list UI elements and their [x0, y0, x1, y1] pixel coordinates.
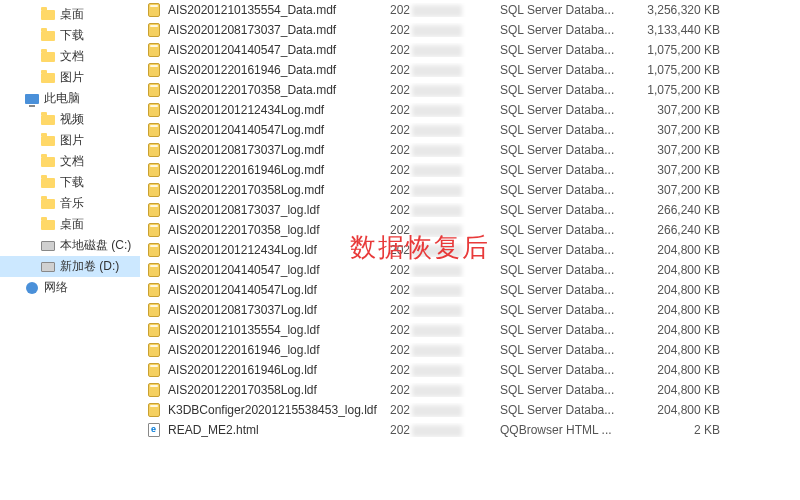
database-file-icon [146, 262, 162, 278]
tree-item-label: 下载 [60, 174, 84, 191]
file-row[interactable]: AIS20201220170358_log.ldf202SQL Server D… [140, 220, 800, 240]
redacted-date [412, 285, 462, 297]
file-type: SQL Server Databa... [500, 123, 640, 137]
tree-item[interactable]: 视频 [0, 109, 140, 130]
file-name: AIS20201220170358Log.ldf [168, 383, 317, 397]
redacted-date [412, 345, 462, 357]
file-row[interactable]: AIS20201201212434Log.mdf202SQL Server Da… [140, 100, 800, 120]
file-type: SQL Server Databa... [500, 383, 640, 397]
file-row[interactable]: AIS20201201212434Log.ldf202SQL Server Da… [140, 240, 800, 260]
file-type: SQL Server Databa... [500, 183, 640, 197]
file-name: AIS20201204140547_Data.mdf [168, 43, 336, 57]
database-file-icon [146, 142, 162, 158]
file-row[interactable]: AIS20201204140547Log.ldf202SQL Server Da… [140, 280, 800, 300]
tree-item[interactable]: 下载 [0, 172, 140, 193]
disk-icon [40, 259, 56, 275]
file-row[interactable]: AIS20201208173037_Data.mdf202SQL Server … [140, 20, 800, 40]
file-row[interactable]: AIS20201220161946_Data.mdf202SQL Server … [140, 60, 800, 80]
tree-item[interactable]: 桌面 [0, 4, 140, 25]
file-size: 1,075,200 KB [640, 43, 730, 57]
file-row[interactable]: AIS20201204140547_log.ldf202SQL Server D… [140, 260, 800, 280]
folder-icon [40, 154, 56, 170]
file-name: AIS20201204140547Log.mdf [168, 123, 324, 137]
file-type: QQBrowser HTML ... [500, 423, 640, 437]
database-file-icon [146, 102, 162, 118]
tree-item[interactable]: 网络 [0, 277, 140, 298]
pc-icon [24, 91, 40, 107]
tree-item[interactable]: 新加卷 (D:) [0, 256, 140, 277]
tree-item[interactable]: 文档 [0, 46, 140, 67]
tree-item[interactable]: 桌面 [0, 214, 140, 235]
tree-item[interactable]: 下载 [0, 25, 140, 46]
file-row[interactable]: AIS20201208173037_log.ldf202SQL Server D… [140, 200, 800, 220]
redacted-date [412, 265, 462, 277]
file-size: 307,200 KB [640, 183, 730, 197]
file-size: 3,256,320 KB [640, 3, 730, 17]
database-file-icon [146, 382, 162, 398]
file-date: 202 [390, 363, 500, 377]
redacted-date [412, 165, 462, 177]
file-row[interactable]: AIS20201208173037Log.ldf202SQL Server Da… [140, 300, 800, 320]
file-size: 307,200 KB [640, 143, 730, 157]
file-type: SQL Server Databa... [500, 23, 640, 37]
file-type: SQL Server Databa... [500, 83, 640, 97]
html-file-icon [146, 422, 162, 438]
redacted-date [412, 5, 462, 17]
file-date: 202 [390, 423, 500, 437]
file-type: SQL Server Databa... [500, 343, 640, 357]
folder-icon [40, 133, 56, 149]
database-file-icon [146, 222, 162, 238]
tree-item-label: 图片 [60, 69, 84, 86]
file-type: SQL Server Databa... [500, 243, 640, 257]
redacted-date [412, 425, 462, 437]
folder-icon [40, 175, 56, 191]
file-list-pane: AIS20201210135554_Data.mdf202SQL Server … [140, 0, 800, 500]
tree-item[interactable]: 图片 [0, 130, 140, 151]
file-name: K3DBConfiger20201215538453_log.ldf [168, 403, 377, 417]
redacted-date [412, 105, 462, 117]
file-row[interactable]: AIS20201220170358_Data.mdf202SQL Server … [140, 80, 800, 100]
database-file-icon [146, 82, 162, 98]
file-date: 202 [390, 403, 500, 417]
file-date: 202 [390, 103, 500, 117]
file-row[interactable]: AIS20201220161946_log.ldf202SQL Server D… [140, 340, 800, 360]
navigation-tree: 桌面下载文档图片此电脑视频图片文档下载音乐桌面本地磁盘 (C:)新加卷 (D:)… [0, 0, 140, 500]
file-list[interactable]: AIS20201210135554_Data.mdf202SQL Server … [140, 0, 800, 500]
tree-item[interactable]: 图片 [0, 67, 140, 88]
file-date: 202 [390, 223, 500, 237]
file-name: AIS20201220170358_log.ldf [168, 223, 319, 237]
file-row[interactable]: AIS20201204140547_Data.mdf202SQL Server … [140, 40, 800, 60]
redacted-date [412, 45, 462, 57]
file-row[interactable]: AIS20201220161946Log.ldf202SQL Server Da… [140, 360, 800, 380]
file-row[interactable]: AIS20201204140547Log.mdf202SQL Server Da… [140, 120, 800, 140]
file-row[interactable]: K3DBConfiger20201215538453_log.ldf202SQL… [140, 400, 800, 420]
file-size: 204,800 KB [640, 383, 730, 397]
file-row[interactable]: READ_ME2.html202QQBrowser HTML ...2 KB [140, 420, 800, 440]
file-date: 202 [390, 263, 500, 277]
file-size: 204,800 KB [640, 283, 730, 297]
file-type: SQL Server Databa... [500, 303, 640, 317]
database-file-icon [146, 242, 162, 258]
file-row[interactable]: AIS20201210135554_Data.mdf202SQL Server … [140, 0, 800, 20]
database-file-icon [146, 302, 162, 318]
file-type: SQL Server Databa... [500, 3, 640, 17]
tree-item[interactable]: 此电脑 [0, 88, 140, 109]
file-row[interactable]: AIS20201220170358Log.ldf202SQL Server Da… [140, 380, 800, 400]
file-size: 204,800 KB [640, 243, 730, 257]
database-file-icon [146, 162, 162, 178]
file-name: AIS20201208173037Log.mdf [168, 143, 324, 157]
tree-item-label: 图片 [60, 132, 84, 149]
file-row[interactable]: AIS20201220161946Log.mdf202SQL Server Da… [140, 160, 800, 180]
file-row[interactable]: AIS20201210135554_log.ldf202SQL Server D… [140, 320, 800, 340]
tree-item[interactable]: 本地磁盘 (C:) [0, 235, 140, 256]
tree-item-label: 新加卷 (D:) [60, 258, 119, 275]
tree-item[interactable]: 音乐 [0, 193, 140, 214]
redacted-date [412, 385, 462, 397]
redacted-date [412, 185, 462, 197]
database-file-icon [146, 182, 162, 198]
tree-item[interactable]: 文档 [0, 151, 140, 172]
file-row[interactable]: AIS20201220170358Log.mdf202SQL Server Da… [140, 180, 800, 200]
folder-icon [40, 28, 56, 44]
file-row[interactable]: AIS20201208173037Log.mdf202SQL Server Da… [140, 140, 800, 160]
file-name: AIS20201220161946Log.mdf [168, 163, 324, 177]
